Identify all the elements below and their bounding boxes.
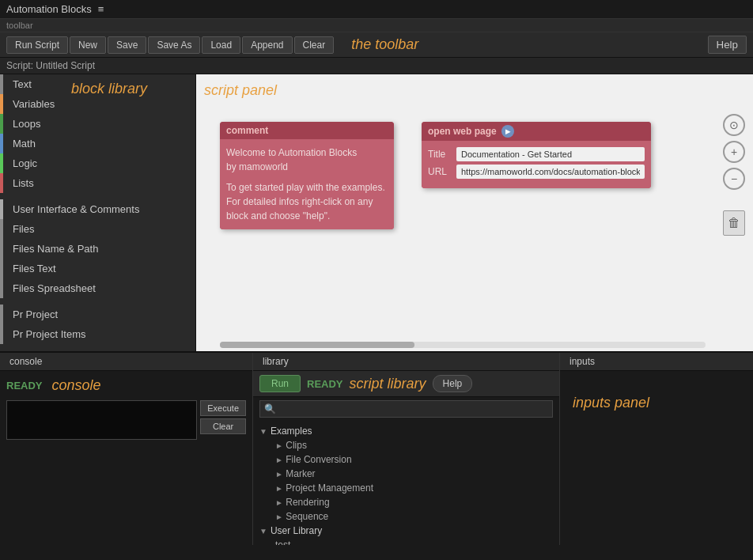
comment-block: comment Welcome to Automation Blocks by … — [220, 122, 394, 229]
main-area: block library Text Variables Loops Math … — [0, 74, 753, 351]
comment-line-4: To get started play with the examples. — [226, 180, 388, 195]
library-ready-status: READY — [307, 378, 343, 390]
sidebar-item-files-name-path[interactable]: Files Name & Path — [0, 239, 195, 259]
search-icon: 🔍 — [264, 403, 276, 414]
library-search: 🔍 — [259, 400, 553, 418]
console-action-buttons: Execute Clear — [200, 400, 246, 434]
tree-project-management[interactable]: ► Project Management — [275, 481, 553, 495]
menu-icon[interactable]: ≡ — [98, 3, 104, 15]
library-toolbar: Run READY script library Help — [253, 371, 559, 397]
user-library-arrow: ▼ — [259, 527, 267, 535]
title-field-label: Title — [428, 149, 452, 160]
sidebar-item-files[interactable]: Files — [0, 219, 195, 239]
sidebar-item-ui[interactable]: User Interface & Comments — [0, 199, 195, 219]
sidebar-item-files-text[interactable]: Files Text — [0, 259, 195, 278]
library-tab[interactable]: library — [253, 353, 559, 371]
target-button[interactable]: ⊙ — [723, 114, 745, 136]
tree-user-library[interactable]: ▼ User Library — [259, 524, 553, 538]
tree-examples-children: ► Clips ► File Conversion ► Marker ► Pro… — [259, 438, 553, 524]
sidebar-divider-1 — [0, 193, 195, 199]
sidebar-item-logic[interactable]: Logic — [0, 153, 195, 173]
comment-block-body: Welcome to Automation Blocks by mamoworl… — [220, 139, 394, 229]
save-as-button[interactable]: Save As — [148, 36, 200, 54]
webpage-block-header: open web page ▶ — [422, 122, 651, 141]
title-bar: Automation Blocks ≡ — [0, 0, 753, 19]
sidebar-item-variables[interactable]: Variables — [0, 94, 195, 114]
comment-line-2: by mamoworld — [226, 160, 388, 174]
inputs-tab[interactable]: inputs — [560, 353, 753, 371]
h-scrollbar-thumb — [220, 342, 414, 348]
tree-file-conversion[interactable]: ► File Conversion — [275, 452, 553, 467]
play-icon[interactable]: ▶ — [501, 125, 514, 138]
console-ready-status: READY — [6, 380, 43, 392]
toolbar-bar-label: toolbar — [6, 21, 33, 30]
zoom-in-button[interactable]: + — [723, 141, 745, 163]
script-panel-label: script panel — [204, 82, 277, 99]
console-tab[interactable]: console — [0, 353, 252, 371]
tree-rendering[interactable]: ► Rendering — [275, 495, 553, 509]
app-title: Automation Blocks — [6, 3, 92, 15]
script-panel: script panel comment Welcome to Automati… — [196, 74, 753, 351]
clear-button[interactable]: Clear — [294, 36, 335, 54]
append-button[interactable]: Append — [242, 36, 292, 54]
title-input[interactable] — [456, 147, 645, 161]
save-button[interactable]: Save — [108, 36, 146, 54]
sidebar-item-pr-project-items[interactable]: Pr Project Items — [0, 324, 195, 344]
toolbar-row: Run Script New Save Save As Load Append … — [0, 32, 753, 58]
console-input-row: Execute Clear — [6, 400, 246, 440]
execute-button[interactable]: Execute — [200, 400, 246, 416]
sidebar-item-pr-project[interactable]: Pr Project — [0, 305, 195, 324]
console-textarea[interactable] — [6, 400, 197, 440]
inputs-annotation: inputs panel — [560, 371, 753, 435]
tree-marker[interactable]: ► Marker — [275, 467, 553, 481]
load-button[interactable]: Load — [202, 36, 240, 54]
new-button[interactable]: New — [70, 36, 106, 54]
sidebar-item-files-spreadsheet[interactable]: Files Spreadsheet — [0, 278, 195, 298]
url-input[interactable] — [456, 165, 645, 179]
tree-examples[interactable]: ▼ Examples — [259, 424, 553, 438]
sidebar-item-loops[interactable]: Loops — [0, 114, 195, 134]
webpage-url-field: URL — [428, 165, 645, 179]
bottom-area: console READY console Execute Clear libr… — [0, 351, 753, 545]
script-name-bar: Script: Untitled Script — [0, 58, 753, 74]
library-tree: ▼ Examples ► Clips ► File Conversion ► M… — [253, 421, 559, 545]
sidebar-item-text[interactable]: Text — [0, 74, 195, 94]
run-button[interactable]: Run — [259, 375, 301, 392]
trash-button[interactable]: 🗑 — [723, 210, 745, 236]
examples-arrow: ▼ — [259, 427, 267, 436]
url-field-label: URL — [428, 166, 452, 177]
webpage-block: open web page ▶ Title URL — [422, 122, 651, 188]
console-content: READY console Execute Clear — [0, 371, 252, 545]
library-help-button[interactable]: Help — [433, 375, 473, 392]
toolbar-annotation: the toolbar — [351, 36, 418, 53]
sidebar-item-lists[interactable]: Lists — [0, 173, 195, 193]
tree-clips[interactable]: ► Clips — [275, 438, 553, 452]
inputs-panel: inputs inputs panel — [560, 353, 753, 545]
tree-user-library-children: test — [259, 538, 553, 545]
comment-block-header: comment — [220, 122, 394, 139]
library-panel: library Run READY script library Help 🔍 … — [253, 353, 560, 545]
library-annotation: script library — [350, 376, 426, 392]
run-script-button[interactable]: Run Script — [6, 36, 68, 54]
sidebar-item-math[interactable]: Math — [0, 134, 195, 153]
webpage-title-field: Title — [428, 147, 645, 161]
console-status-row: READY console — [6, 377, 246, 394]
console-annotation: console — [52, 377, 101, 394]
script-name: Script: Untitled Script — [6, 60, 95, 71]
webpage-block-body: Title URL — [422, 141, 651, 188]
sidebar: block library Text Variables Loops Math … — [0, 74, 196, 351]
comment-line-5: For detailed infos right-click on any — [226, 195, 388, 209]
tree-test[interactable]: test — [275, 538, 553, 545]
tree-sequence[interactable]: ► Sequence — [275, 509, 553, 524]
zoom-out-button[interactable]: − — [723, 168, 745, 190]
library-search-input[interactable] — [259, 400, 553, 418]
script-panel-controls: ⊙ + − 🗑 — [723, 114, 745, 236]
help-button[interactable]: Help — [708, 36, 747, 54]
comment-line-1: Welcome to Automation Blocks — [226, 146, 388, 160]
sidebar-divider-2 — [0, 298, 195, 305]
h-scrollbar-track[interactable] — [220, 342, 706, 348]
toolbar-label-bar: toolbar — [0, 19, 753, 32]
console-panel: console READY console Execute Clear — [0, 353, 253, 545]
comment-line-6: block and choose "help". — [226, 209, 388, 223]
clear-console-button[interactable]: Clear — [200, 418, 246, 434]
